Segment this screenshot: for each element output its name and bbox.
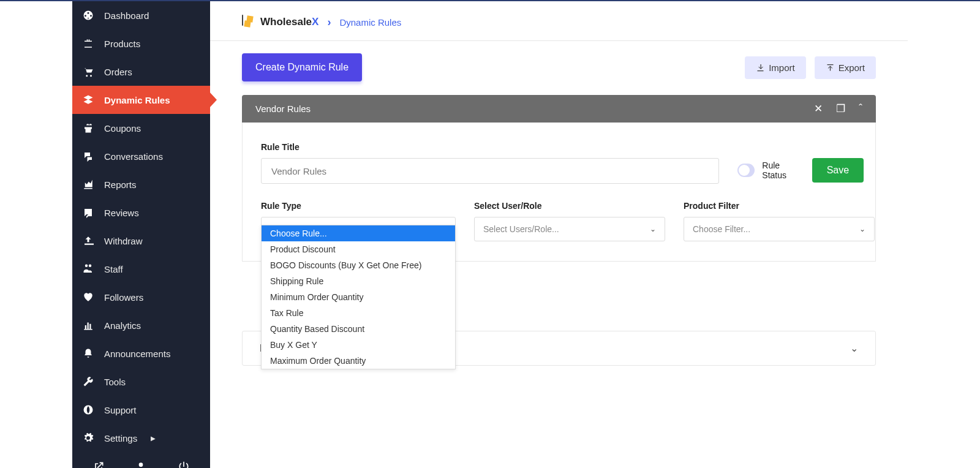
sidebar-item-reviews[interactable]: Reviews xyxy=(72,198,210,227)
gear-icon xyxy=(82,432,94,444)
briefcase-icon xyxy=(82,37,94,50)
product-filter-select[interactable]: Choose Filter... ⌄ xyxy=(684,217,875,241)
sidebar-item-label: Dynamic Rules xyxy=(104,95,170,105)
sidebar-item-label: Followers xyxy=(104,292,143,303)
chevron-up-icon[interactable]: ˆ xyxy=(859,102,862,115)
panel-title: Vendor Rules xyxy=(255,104,311,114)
sidebar-item-label: Announcements xyxy=(104,349,170,359)
chevron-down-icon: ⌄ xyxy=(850,342,858,354)
sidebar-bottom-bar xyxy=(72,452,210,468)
bell-icon xyxy=(82,347,94,360)
chevron-down-icon: ⌄ xyxy=(650,225,656,233)
power-icon[interactable] xyxy=(178,461,190,468)
bars-icon xyxy=(82,319,94,331)
chat-icon xyxy=(82,150,94,162)
sidebar-item-withdraw[interactable]: Withdraw xyxy=(72,227,210,255)
sidebar-item-products[interactable]: Products xyxy=(72,29,210,58)
sidebar-item-reports[interactable]: Reports xyxy=(72,170,210,198)
rule-status-label: Rule Status xyxy=(762,160,793,180)
heart-icon xyxy=(82,291,94,303)
chevron-down-icon: ⌄ xyxy=(859,225,865,233)
export-button[interactable]: Export xyxy=(815,56,876,79)
vendor-rules-panel: Vendor Rules ✕ ❐ ˆ Rule Title Rule Statu… xyxy=(242,95,876,262)
user-icon[interactable] xyxy=(135,461,147,468)
brand-logo[interactable]: WholesaleX xyxy=(242,15,318,29)
rule-title-label: Rule Title xyxy=(261,142,719,152)
panel-header: Vendor Rules ✕ ❐ ˆ xyxy=(242,95,876,123)
export-icon xyxy=(826,63,835,72)
cart-icon xyxy=(82,66,94,78)
sidebar: Dashboard Products Orders Dynamic Rules … xyxy=(72,1,210,468)
dashboard-icon xyxy=(82,9,94,21)
users-icon xyxy=(82,263,94,275)
rule-type-label: Rule Type xyxy=(261,201,456,211)
sidebar-item-label: Orders xyxy=(104,67,132,77)
sidebar-item-dynamic-rules[interactable]: Dynamic Rules xyxy=(72,86,210,114)
product-filter-field: Product Filter Choose Filter... ⌄ xyxy=(684,201,875,241)
sidebar-item-coupons[interactable]: Coupons xyxy=(72,114,210,142)
sidebar-item-label: Coupons xyxy=(104,123,141,134)
copy-icon[interactable]: ❐ xyxy=(836,102,845,115)
sidebar-item-support[interactable]: Support xyxy=(72,396,210,424)
product-filter-label: Product Filter xyxy=(684,201,875,211)
dropdown-option[interactable]: Buy X Get Y xyxy=(262,337,455,353)
dropdown-option[interactable]: Maximum Order Quantity xyxy=(262,353,455,369)
create-dynamic-rule-button[interactable]: Create Dynamic Rule xyxy=(242,53,362,81)
sidebar-item-dashboard[interactable]: Dashboard xyxy=(72,1,210,29)
chevron-right-icon: › xyxy=(327,16,331,29)
gift-icon xyxy=(82,122,94,134)
sidebar-item-label: Reports xyxy=(104,179,137,190)
save-button[interactable]: Save xyxy=(812,158,864,183)
rule-status-toggle[interactable] xyxy=(737,164,755,177)
sidebar-item-followers[interactable]: Followers xyxy=(72,283,210,311)
sidebar-item-label: Products xyxy=(104,39,140,49)
panel-body: Rule Title Rule Status Save Rule Type Ch… xyxy=(242,123,876,262)
dropdown-option[interactable]: BOGO Discounts (Buy X Get One Free) xyxy=(262,257,455,273)
sidebar-item-conversations[interactable]: Conversations xyxy=(72,142,210,170)
user-role-select[interactable]: Select Users/Role... ⌄ xyxy=(474,217,665,241)
rule-title-input[interactable] xyxy=(261,158,719,184)
caret-right-icon: ▶ xyxy=(151,435,156,442)
external-link-icon[interactable] xyxy=(92,461,105,468)
breadcrumb: WholesaleX › Dynamic Rules xyxy=(210,1,908,41)
breadcrumb-current[interactable]: Dynamic Rules xyxy=(339,17,401,28)
sidebar-item-staff[interactable]: Staff xyxy=(72,255,210,283)
actions-bar: Create Dynamic Rule Import Export xyxy=(210,41,908,94)
user-role-label: Select User/Role xyxy=(474,201,665,211)
sidebar-item-label: Withdraw xyxy=(104,236,143,246)
sidebar-item-settings[interactable]: Settings ▶ xyxy=(72,424,210,452)
import-icon xyxy=(756,63,765,72)
sidebar-item-label: Settings xyxy=(104,433,137,443)
brand-name: WholesaleX xyxy=(260,16,318,28)
dropdown-option[interactable]: Product Discount xyxy=(262,241,455,257)
wrench-icon xyxy=(82,376,94,388)
sidebar-item-label: Support xyxy=(104,405,137,415)
sidebar-item-analytics[interactable]: Analytics xyxy=(72,311,210,339)
dropdown-option[interactable]: Choose Rule... xyxy=(262,225,455,241)
user-role-field: Select User/Role Select Users/Role... ⌄ xyxy=(474,201,665,241)
upload-icon xyxy=(82,235,94,247)
sidebar-item-label: Dashboard xyxy=(104,10,149,21)
dropdown-option[interactable]: Tax Rule xyxy=(262,305,455,321)
import-button[interactable]: Import xyxy=(745,56,806,79)
comment-icon xyxy=(82,206,94,219)
sidebar-item-label: Tools xyxy=(104,377,126,387)
sidebar-item-label: Reviews xyxy=(104,208,139,218)
rule-type-dropdown: Choose Rule... Product Discount BOGO Dis… xyxy=(261,225,456,369)
logo-icon xyxy=(242,15,257,29)
dropdown-option[interactable]: Quantity Based Discount xyxy=(262,321,455,337)
rule-type-field: Rule Type Choose Rule... ⌄ Choose Rule..… xyxy=(261,201,456,241)
sidebar-item-label: Conversations xyxy=(104,151,163,162)
sidebar-item-announcements[interactable]: Announcements xyxy=(72,339,210,368)
sidebar-item-orders[interactable]: Orders xyxy=(72,58,210,86)
sidebar-item-label: Staff xyxy=(104,264,123,274)
dropdown-option[interactable]: Minimum Order Quantity xyxy=(262,289,455,305)
main-content: WholesaleX › Dynamic Rules Create Dynami… xyxy=(210,1,908,468)
globe-icon xyxy=(82,404,94,416)
dropdown-option[interactable]: Shipping Rule xyxy=(262,273,455,289)
layers-icon xyxy=(82,94,94,106)
sidebar-item-tools[interactable]: Tools xyxy=(72,368,210,396)
chart-icon xyxy=(82,178,94,191)
close-icon[interactable]: ✕ xyxy=(814,102,823,115)
sidebar-item-label: Analytics xyxy=(104,320,141,331)
